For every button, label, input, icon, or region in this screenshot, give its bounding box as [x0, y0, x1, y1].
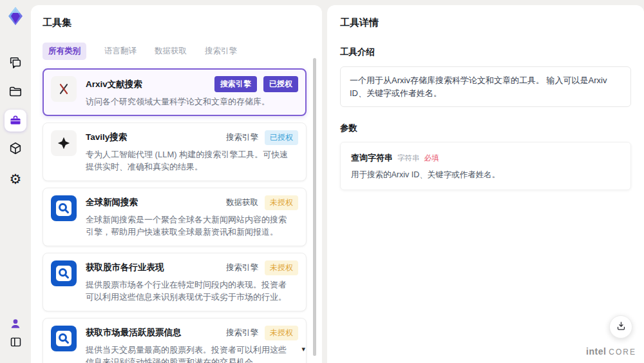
intel-logo-text: intel [586, 346, 606, 357]
tool-card-list: Arxiv文献搜索 搜索引擎 已授权 访问各个研究领域大量科学论文和文章的存储库… [43, 68, 307, 363]
gear-icon: ⚙ [10, 172, 22, 186]
tool-desc: 访问各个研究领域大量科学论文和文章的存储库。 [86, 95, 290, 108]
param-header: 查询字符串字符串必填 [351, 152, 620, 164]
tool-name: 获取市场最活跃股票信息 [86, 327, 182, 338]
category-tag: 搜索引擎 [226, 132, 258, 143]
intro-heading: 工具介绍 [340, 46, 631, 58]
detail-title: 工具详情 [340, 17, 631, 29]
nav-packages-button[interactable] [0, 139, 31, 159]
tool-desc: 专为人工智能代理 (LLM) 构建的搜索引擎工具。可快速提供实时、准确和真实的结… [86, 148, 290, 173]
arxiv-logo-icon [51, 76, 77, 102]
tool-card-tavily[interactable]: Tavily搜索 搜索引擎 已授权 专为人工智能代理 (LLM) 构建的搜索引擎… [43, 123, 307, 181]
tool-card-active-stocks[interactable]: 获取市场最活跃股票信息 搜索引擎 未授权 提供当天交易量最高的股票列表。投资者可… [43, 318, 307, 363]
category-badge: 搜索引擎 [214, 76, 257, 92]
auth-status-badge: 已授权 [263, 76, 298, 92]
category-tag: 数据获取 [226, 197, 258, 208]
param-name: 查询字符串 [351, 153, 393, 162]
nav-profile-button[interactable] [0, 315, 31, 334]
auth-status-badge: 未授权 [265, 326, 298, 340]
list-scrollbar-thumb[interactable] [313, 58, 316, 356]
params-heading: 参数 [340, 123, 631, 134]
tool-name: 获取股市各行业表现 [86, 262, 164, 273]
tool-desc: 提供当天交易量最高的股票列表。投资者可以利用这些信息来识别流动性强的股票和潜在的… [86, 344, 290, 363]
auth-status-badge: 未授权 [265, 260, 298, 275]
package-icon [8, 141, 23, 157]
category-tag: 搜索引擎 [226, 262, 258, 273]
param-required-flag: 必填 [424, 154, 439, 162]
auth-status-badge: 已授权 [265, 130, 298, 145]
core-logo-text: core [609, 348, 636, 357]
chat-icon [8, 55, 23, 72]
tool-list-panel: 工具集 所有类别 语言翻译 数据获取 搜索引擎 Arxiv文献搜索 搜索引擎 已… [31, 5, 322, 363]
panel-layout-icon [9, 335, 23, 351]
tab-search-engine[interactable]: 搜索引擎 [205, 46, 237, 57]
nav-tools-button[interactable] [0, 109, 31, 132]
tab-language-translation[interactable]: 语言翻译 [104, 46, 137, 57]
auth-status-badge: 未授权 [265, 195, 298, 210]
news-search-logo-icon [51, 195, 77, 221]
category-tabs: 所有类别 语言翻译 数据获取 搜索引擎 [43, 43, 310, 60]
app-logo-icon [5, 5, 26, 27]
tool-card-arxiv[interactable]: Arxiv文献搜索 搜索引擎 已授权 访问各个研究领域大量科学论文和文章的存储库… [43, 68, 307, 116]
category-tag: 搜索引擎 [226, 328, 258, 338]
nav-chat-button[interactable] [0, 54, 31, 73]
tool-detail-panel: 工具详情 工具介绍 一个用于从Arxiv存储库搜索科学论文和文章的工具。 输入可… [327, 5, 644, 363]
tab-data-fetching[interactable]: 数据获取 [155, 46, 187, 57]
tool-desc: 全球新闻搜索是一个聚合全球各大新闻网站内容的搜索引擎，帮助用户快速获取全球最新资… [86, 213, 290, 239]
briefcase-icon [5, 110, 26, 132]
tavily-star-icon [51, 130, 77, 156]
scroll-caret-icon: ▾ [301, 345, 305, 353]
stock-search-logo-icon [51, 260, 77, 286]
tool-desc: 提供股票市场各个行业在特定时间段内的表现。投资者可以利用这些信息来识别表现优于或… [86, 279, 290, 304]
tool-card-global-news[interactable]: 全球新闻搜索 数据获取 未授权 全球新闻搜索是一个聚合全球各大新闻网站内容的搜索… [43, 188, 307, 246]
download-button[interactable] [609, 315, 632, 338]
user-icon [9, 317, 22, 332]
tool-intro-text: 一个用于从Arxiv存储库搜索科学论文和文章的工具。 输入可以是Arxiv ID… [340, 66, 631, 107]
nav-files-button[interactable] [0, 83, 31, 102]
page-title: 工具集 [43, 17, 310, 29]
nav-panel-toggle-button[interactable] [0, 333, 31, 353]
param-desc: 用于搜索的Arxiv ID、关键字或作者姓名。 [351, 170, 620, 181]
param-card: 查询字符串字符串必填 用于搜索的Arxiv ID、关键字或作者姓名。 [340, 142, 631, 190]
folder-icon [8, 84, 23, 101]
intel-core-logo: intelcore [586, 346, 636, 357]
download-icon [616, 320, 627, 333]
tab-all-categories[interactable]: 所有类别 [43, 43, 86, 60]
tool-card-sector-performance[interactable]: 获取股市各行业表现 搜索引擎 未授权 提供股票市场各个行业在特定时间段内的表现。… [43, 253, 307, 311]
tool-name: Arxiv文献搜索 [86, 79, 142, 90]
nav-settings-button[interactable]: ⚙ [0, 169, 31, 188]
tool-name: 全球新闻搜索 [86, 197, 138, 208]
tool-name: Tavily搜索 [86, 132, 127, 143]
param-type: 字符串 [397, 154, 420, 162]
stock-search-logo-icon [51, 326, 77, 351]
nav-rail: ⚙ [0, 0, 31, 363]
